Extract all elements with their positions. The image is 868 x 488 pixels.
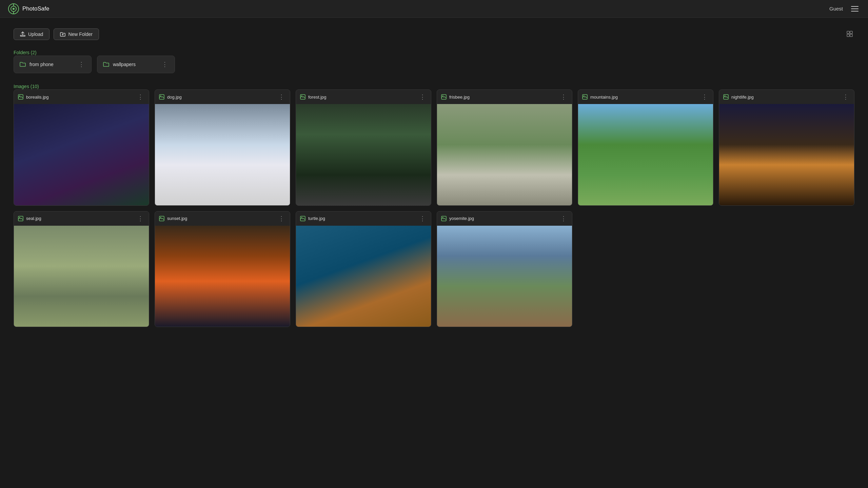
image-more-button-frisbee[interactable]: ⋮ [559,93,568,101]
image-card-header-sunset: sunset.jpg ⋮ [155,211,290,226]
image-title-frisbee: frisbee.jpg [441,94,470,100]
image-thumb-frisbee [437,104,572,205]
svg-point-25 [19,217,20,218]
svg-rect-9 [850,31,852,34]
image-file-icon-10 [441,216,447,221]
image-card-frisbee[interactable]: frisbee.jpg ⋮ [437,89,572,206]
image-title-sunset: sunset.jpg [159,216,187,221]
new-folder-label: New Folder [68,32,93,37]
new-folder-button[interactable]: New Folder [54,28,99,40]
svg-point-15 [160,96,161,97]
menu-button[interactable] [850,5,860,13]
image-thumb-turtle [296,226,431,327]
image-more-button-borealis[interactable]: ⋮ [136,93,145,101]
image-thumb-borealis [14,104,149,205]
svg-point-31 [442,217,443,218]
image-file-icon-4 [441,94,447,100]
image-filename-dog: dog.jpg [167,95,182,100]
images-grid-row1: borealis.jpg ⋮ [14,89,854,206]
image-thumb-seal [14,226,149,327]
new-folder-icon [60,32,65,37]
image-card-turtle[interactable]: turtle.jpg ⋮ [296,211,431,327]
image-file-icon-9 [300,216,305,221]
image-filename-frisbee: frisbee.jpg [449,95,470,100]
folder-icon-2 [103,61,110,68]
image-title-seal: seal.jpg [18,216,41,221]
app-title: PhotoSafe [22,5,49,12]
svg-point-2 [13,8,15,10]
image-file-icon-3 [300,94,305,100]
image-card-header-yosemite: yosemite.jpg ⋮ [437,211,572,226]
image-title-yosemite: yosemite.jpg [441,216,474,221]
svg-point-19 [442,96,443,97]
svg-point-23 [725,96,726,97]
image-filename-sunset: sunset.jpg [167,216,187,221]
image-title-dog: dog.jpg [159,94,182,100]
toolbar-left: Upload New Folder [14,28,99,40]
image-card-header-mountains: mountains.jpg ⋮ [578,90,713,104]
view-toggle-button[interactable] [845,29,854,40]
image-card-yosemite[interactable]: yosemite.jpg ⋮ [437,211,572,327]
svg-rect-8 [847,31,849,34]
svg-rect-5 [20,35,25,36]
image-filename-nightlife: nightlife.jpg [731,95,754,100]
svg-rect-10 [847,34,849,37]
images-section-title[interactable]: Images (10) [14,84,39,89]
images-grid-row2: seal.jpg ⋮ [14,211,854,327]
image-thumb-mountains [578,104,713,205]
image-card-seal[interactable]: seal.jpg ⋮ [14,211,149,327]
folder-name-wallpapers: wallpapers [113,62,136,67]
folder-card-left-2: wallpapers [103,61,136,68]
folder-card-left: from phone [19,61,54,68]
toolbar: Upload New Folder [14,28,854,40]
image-more-button-dog[interactable]: ⋮ [277,93,286,101]
svg-point-21 [584,96,585,97]
image-filename-yosemite: yosemite.jpg [449,216,474,221]
image-thumb-sunset [155,226,290,327]
svg-point-27 [160,217,161,218]
folder-card-wallpapers[interactable]: wallpapers ⋮ [97,56,175,73]
image-card-mountains[interactable]: mountains.jpg ⋮ [578,89,713,206]
folders-section: Folders (2) from phone ⋮ [14,49,854,73]
image-file-icon-6 [723,94,729,100]
header-right: Guest [829,5,860,13]
folders-section-title[interactable]: Folders (2) [14,50,37,55]
image-title-nightlife: nightlife.jpg [723,94,754,100]
image-card-borealis[interactable]: borealis.jpg ⋮ [14,89,149,206]
image-card-sunset[interactable]: sunset.jpg ⋮ [155,211,290,327]
image-card-forest[interactable]: forest.jpg ⋮ [296,89,431,206]
image-more-button-mountains[interactable]: ⋮ [700,93,709,101]
image-filename-borealis: borealis.jpg [26,95,49,100]
image-more-button-forest[interactable]: ⋮ [418,93,427,101]
image-card-header-frisbee: frisbee.jpg ⋮ [437,90,572,104]
svg-point-17 [301,96,302,97]
image-thumb-dog [155,104,290,205]
folder-icon [19,61,26,68]
image-file-icon-2 [159,94,164,100]
folder-more-button-wallpapers[interactable]: ⋮ [160,61,169,68]
image-more-button-sunset[interactable]: ⋮ [277,215,286,222]
image-thumb-yosemite [437,226,572,327]
image-file-icon [18,94,23,100]
image-more-button-nightlife[interactable]: ⋮ [841,93,850,101]
image-card-header-nightlife: nightlife.jpg ⋮ [719,90,854,104]
image-filename-seal: seal.jpg [26,216,41,221]
image-card-dog[interactable]: dog.jpg ⋮ [155,89,290,206]
folder-more-button-from-phone[interactable]: ⋮ [77,61,86,68]
image-card-header-turtle: turtle.jpg ⋮ [296,211,431,226]
upload-icon [20,32,25,37]
upload-label: Upload [28,32,43,37]
image-more-button-seal[interactable]: ⋮ [136,215,145,222]
image-more-button-turtle[interactable]: ⋮ [418,215,427,222]
image-card-header-dog: dog.jpg ⋮ [155,90,290,104]
image-thumb-forest [296,104,431,205]
upload-button[interactable]: Upload [14,28,50,40]
image-more-button-yosemite[interactable]: ⋮ [559,215,568,222]
app-header: PhotoSafe Guest [0,0,868,18]
folders-grid: from phone ⋮ wallpapers ⋮ [14,56,854,73]
main-content: Upload New Folder Folders (2) [0,18,868,338]
header-left: PhotoSafe [8,3,49,14]
image-filename-mountains: mountains.jpg [590,95,618,100]
folder-card-from-phone[interactable]: from phone ⋮ [14,56,92,73]
image-card-nightlife[interactable]: nightlife.jpg ⋮ [719,89,854,206]
